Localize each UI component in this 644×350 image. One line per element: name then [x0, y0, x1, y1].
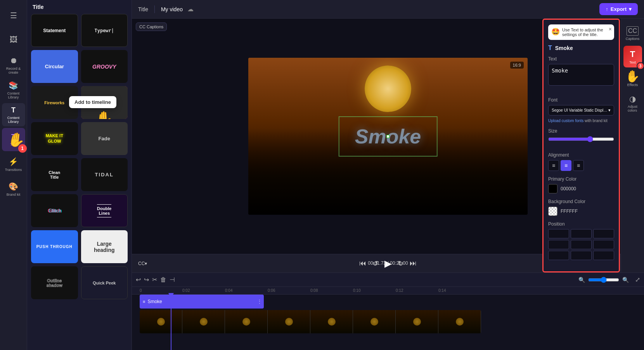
time-display: 00:01.73 / 00:20.00 [368, 260, 408, 266]
template-glitch[interactable]: 𝔾litch [31, 194, 78, 227]
font-section: Font Segoe UI Variable Static Display Se… [548, 97, 614, 123]
video-title[interactable]: My video [161, 6, 183, 12]
primary-color-swatch[interactable] [548, 184, 557, 193]
template-clean-title[interactable]: CleanTitle [31, 158, 78, 191]
icon-strip-captions[interactable]: CC Captions [623, 22, 642, 44]
sidebar-menu-btn[interactable]: ☰ [2, 4, 25, 27]
handle-bm[interactable] [386, 135, 390, 138]
zoom-out-icon[interactable]: 🔍 [578, 277, 585, 283]
icon-strip-adjust-colors[interactable]: ◑ Adjustcolors [623, 92, 642, 114]
primary-color-section: Primary Color 000000 [548, 176, 614, 193]
font-label: Font [548, 97, 614, 103]
tooltip-text: Use Text to adjust the settings of the t… [562, 28, 611, 37]
sidebar-item-content[interactable]: 📚 ContentLibrary [2, 78, 25, 102]
export-button[interactable]: ↑ Export ▾ [599, 3, 638, 15]
split-button[interactable]: ⊣ [170, 276, 175, 283]
time-ruler: 0 0:02 0:04 0:06 0:08 0:10 0:12 0:14 [132, 287, 644, 295]
align-left-button[interactable]: ≡ [548, 160, 559, 171]
pos-bot-center[interactable] [571, 251, 592, 260]
tooltip-close[interactable]: × [609, 26, 612, 32]
cut-button[interactable]: ✂ [152, 276, 157, 283]
thumb-7 [396, 310, 438, 333]
template-push-through[interactable]: PUSH THROUGH [31, 230, 78, 263]
pos-bot-left[interactable] [548, 251, 569, 260]
text-input[interactable]: Smoke [548, 64, 614, 86]
sidebar-item-transitions[interactable]: ⚡ Transitions [2, 153, 25, 176]
delete-button[interactable]: 🗑 [160, 276, 166, 283]
undo-button[interactable]: ↩ [136, 276, 141, 283]
properties-panel: 🤩 Use Text to adjust the settings of the… [542, 19, 620, 272]
sidebar-item-record[interactable]: ⏺ Record &create [2, 53, 25, 77]
video-background: Smoke [248, 58, 528, 215]
title-track[interactable]: ≡ Smoke ⋮ [140, 295, 264, 309]
captions-panel-btn[interactable]: CC Captions [136, 22, 167, 31]
ruler-mark-7: 0:14 [438, 288, 481, 293]
pos-top-right[interactable] [593, 229, 614, 238]
font-selector[interactable]: Segoe UI Variable Static Display Semibol… [548, 105, 614, 116]
font-chevron-icon: ▾ [608, 108, 611, 113]
template-tidal[interactable]: TIDAL [81, 158, 128, 191]
icon-strip-effects[interactable]: ✦ Effects [623, 69, 642, 91]
tooltip: 🤩 Use Text to adjust the settings of the… [548, 24, 614, 40]
bg-color-section: Background Color FFFFFF [548, 199, 614, 216]
redo-button[interactable]: ↪ [144, 276, 149, 283]
skip-forward-button[interactable]: ⏭ [410, 259, 417, 267]
record-icon: ⏺ [10, 56, 17, 65]
tracks-container: ≡ Smoke ⋮ [132, 295, 644, 350]
size-section: Size [548, 128, 614, 147]
position-section: Position [548, 221, 614, 260]
template-double-lines[interactable]: DoubleLines [81, 194, 128, 227]
title-track-icon: ≡ [143, 299, 145, 304]
bg-color-swatch[interactable] [548, 207, 557, 216]
pos-top-center[interactable] [571, 229, 592, 238]
sidebar-item-templates[interactable]: T Content Library [2, 103, 25, 126]
expand-timeline-button[interactable]: ⤢ [635, 276, 640, 283]
captions-icon: CC [627, 26, 639, 36]
align-right-button[interactable]: ≡ [573, 160, 584, 171]
templates-panel: Title Statement Typewr| Circular GROOVY … [27, 0, 132, 350]
pos-bot-right[interactable] [593, 251, 614, 260]
template-typewriter[interactable]: Typewr| [81, 14, 128, 47]
top-bar: Title My video ☁ ↑ Export ▾ [132, 0, 644, 19]
thumbnail-row [140, 310, 481, 333]
size-label: Size [548, 128, 614, 134]
zoom-slider[interactable] [588, 277, 619, 283]
template-statement[interactable]: Statement [31, 14, 78, 47]
video-track[interactable] [140, 310, 481, 333]
video-frame: Smoke 16:9 [248, 58, 528, 215]
skip-back-button[interactable]: ⏮ [359, 259, 366, 267]
playhead[interactable] [171, 295, 171, 350]
template-make-it-glow[interactable]: MAKE ITGLOW [31, 122, 78, 155]
pos-top-left[interactable] [548, 229, 569, 238]
track-end-handle[interactable]: ⋮ [257, 298, 262, 305]
cc-button[interactable]: CC▾ [138, 261, 147, 266]
text-panel-icon: T [630, 49, 635, 59]
sidebar-item-text-label: Text [10, 143, 17, 147]
primary-color-label: Primary Color [548, 176, 614, 182]
thumb-4 [268, 310, 310, 333]
template-quick-peek[interactable]: Quick Peek [81, 266, 128, 299]
template-fade[interactable]: Fade [81, 122, 128, 155]
cloud-icon: ☁ [187, 5, 194, 13]
size-slider[interactable] [548, 136, 614, 142]
pos-mid-left[interactable] [548, 240, 569, 249]
pos-mid-right[interactable] [593, 240, 614, 249]
pos-mid-center[interactable] [571, 240, 592, 249]
text-label: Text [548, 56, 614, 62]
sidebar-item-your-media[interactable]: 🖼 [2, 29, 25, 52]
template-circular[interactable]: Circular [31, 50, 78, 83]
template-groovy[interactable]: GROOVY [81, 50, 128, 83]
align-center-button[interactable]: ≡ [561, 160, 571, 171]
sidebar-item-record-label: Record &create [6, 67, 21, 74]
sidebar-item-text[interactable]: T Text 1 [2, 128, 25, 151]
sidebar-item-content-label: ContentLibrary [7, 91, 20, 99]
alignment-row: ≡ ≡ ≡ [548, 160, 614, 171]
thumb-5 [310, 310, 353, 333]
zoom-in-icon[interactable]: 🔍 [622, 277, 629, 283]
template-large-heading[interactable]: Largeheading [81, 230, 128, 263]
template-outline-shadow[interactable]: Outlineshadow [31, 266, 78, 299]
title-track-label: Smoke [147, 299, 162, 304]
sidebar-item-brand[interactable]: 🎨 Brand kit [2, 178, 25, 201]
cursor-hand-2: ✋ 2 [95, 110, 113, 119]
icon-strip-text[interactable]: T Text 3 ✋ [623, 46, 642, 67]
